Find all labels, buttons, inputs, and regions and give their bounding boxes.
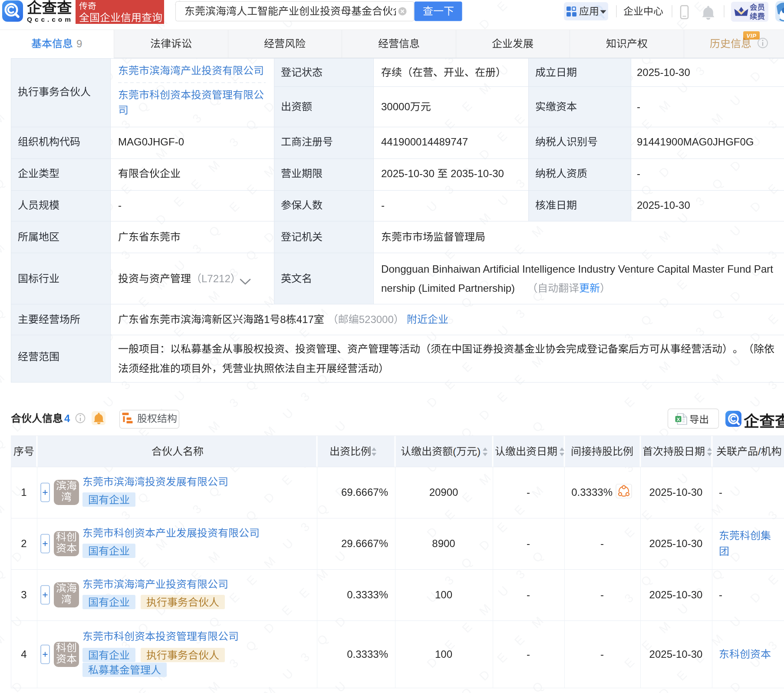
svg-text:2025-10-30: 2025-10-30 <box>649 486 703 498</box>
svg-text:/: / <box>758 446 761 457</box>
svg-text:69.6667%: 69.6667% <box>341 486 388 498</box>
svg-text:(: ( <box>453 446 456 457</box>
svg-text:2025-10-30: 2025-10-30 <box>649 538 703 549</box>
svg-text:2025-10-30: 2025-10-30 <box>637 199 690 211</box>
svg-text:1: 1 <box>264 314 270 325</box>
svg-text:-: - <box>118 199 122 211</box>
svg-text:): ) <box>477 446 481 457</box>
svg-text:2: 2 <box>21 538 26 549</box>
svg-text:2025-10-30: 2025-10-30 <box>649 589 703 601</box>
svg-text:-: - <box>719 589 722 601</box>
svg-text:8900: 8900 <box>432 538 455 549</box>
svg-text:9: 9 <box>76 38 82 50</box>
svg-text:30000: 30000 <box>381 101 410 112</box>
svg-text:-: - <box>637 101 640 112</box>
svg-text:-: - <box>600 589 604 601</box>
svg-text:L7212: L7212 <box>201 273 231 284</box>
svg-text:100: 100 <box>435 648 452 660</box>
svg-text:523000: 523000 <box>359 314 394 325</box>
svg-text:0.3333%: 0.3333% <box>571 486 613 498</box>
svg-text:91441900MAG0JHGF0G: 91441900MAG0JHGF0G <box>637 136 754 148</box>
svg-text:2025-10-30: 2025-10-30 <box>381 168 435 179</box>
svg-text:3: 3 <box>21 589 26 601</box>
svg-text:-: - <box>600 648 604 660</box>
svg-text:VIP: VIP <box>746 33 757 39</box>
svg-text:-: - <box>637 168 640 179</box>
svg-text:100: 100 <box>435 589 452 601</box>
svg-text:4: 4 <box>64 412 70 424</box>
svg-text:Dongguan Binhaiwan Artificial: Dongguan Binhaiwan Artificial Intelligen… <box>381 263 773 275</box>
svg-text:4: 4 <box>21 648 26 660</box>
svg-text:nership: nership <box>381 282 415 294</box>
svg-text:-: - <box>527 486 530 498</box>
svg-text:1: 1 <box>21 486 26 498</box>
svg-text:8: 8 <box>280 314 286 325</box>
svg-text:-: - <box>527 589 530 601</box>
svg-text:-: - <box>600 538 604 549</box>
svg-text:-: - <box>381 199 385 211</box>
svg-text:-: - <box>527 538 530 549</box>
svg-text:Partnership): Partnership) <box>458 282 515 294</box>
svg-text:X: X <box>677 417 680 422</box>
svg-text:-: - <box>719 486 722 498</box>
svg-text:20900: 20900 <box>429 486 458 498</box>
svg-text:2035-10-30: 2035-10-30 <box>451 168 504 179</box>
svg-text:2025-10-30: 2025-10-30 <box>649 648 703 660</box>
svg-text:(Limited: (Limited <box>418 282 455 294</box>
svg-text:29.6667%: 29.6667% <box>341 538 388 549</box>
svg-text:MAG0JHGF-0: MAG0JHGF-0 <box>118 136 184 148</box>
svg-text:2025-10-30: 2025-10-30 <box>637 66 690 78</box>
svg-text:0.3333%: 0.3333% <box>347 589 388 601</box>
svg-text:-: - <box>527 648 530 660</box>
svg-text:417: 417 <box>296 314 314 325</box>
svg-text:0.3333%: 0.3333% <box>347 648 388 660</box>
svg-text:441900014489747: 441900014489747 <box>381 136 468 148</box>
